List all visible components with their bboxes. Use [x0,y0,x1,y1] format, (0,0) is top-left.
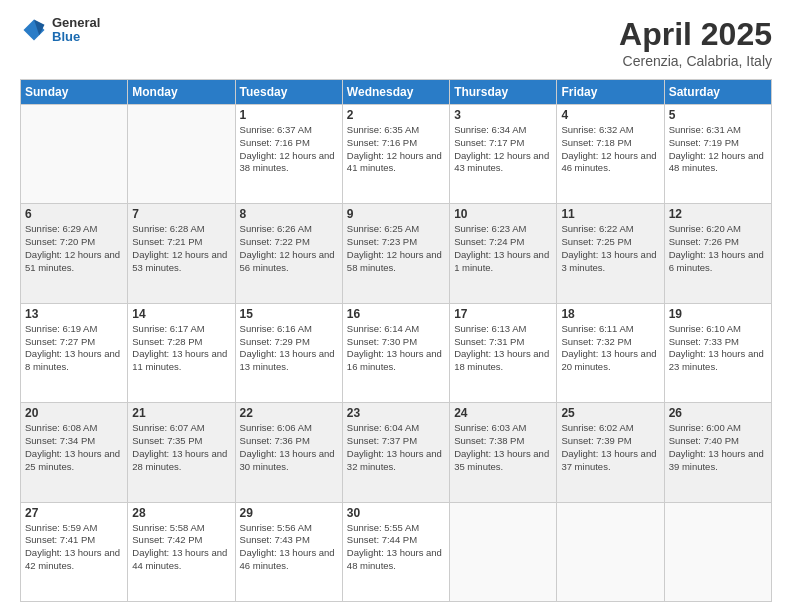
day-number: 6 [25,207,123,221]
day-number: 9 [347,207,445,221]
day-info: Sunrise: 6:28 AMSunset: 7:21 PMDaylight:… [132,223,230,274]
day-number: 16 [347,307,445,321]
day-info: Sunrise: 6:13 AMSunset: 7:31 PMDaylight:… [454,323,552,374]
calendar-table: SundayMondayTuesdayWednesdayThursdayFrid… [20,79,772,602]
day-number: 17 [454,307,552,321]
day-info: Sunrise: 6:03 AMSunset: 7:38 PMDaylight:… [454,422,552,473]
calendar-cell [128,105,235,204]
calendar-cell: 17Sunrise: 6:13 AMSunset: 7:31 PMDayligh… [450,303,557,402]
day-number: 1 [240,108,338,122]
day-info: Sunrise: 6:02 AMSunset: 7:39 PMDaylight:… [561,422,659,473]
calendar-subtitle: Cerenzia, Calabria, Italy [619,53,772,69]
calendar-cell: 18Sunrise: 6:11 AMSunset: 7:32 PMDayligh… [557,303,664,402]
day-header-tuesday: Tuesday [235,80,342,105]
calendar-cell: 30Sunrise: 5:55 AMSunset: 7:44 PMDayligh… [342,502,449,601]
calendar-cell: 5Sunrise: 6:31 AMSunset: 7:19 PMDaylight… [664,105,771,204]
day-number: 12 [669,207,767,221]
calendar-cell: 29Sunrise: 5:56 AMSunset: 7:43 PMDayligh… [235,502,342,601]
day-info: Sunrise: 6:29 AMSunset: 7:20 PMDaylight:… [25,223,123,274]
calendar-cell: 13Sunrise: 6:19 AMSunset: 7:27 PMDayligh… [21,303,128,402]
day-number: 18 [561,307,659,321]
day-info: Sunrise: 6:23 AMSunset: 7:24 PMDaylight:… [454,223,552,274]
calendar-week-1: 1Sunrise: 6:37 AMSunset: 7:16 PMDaylight… [21,105,772,204]
calendar-week-5: 27Sunrise: 5:59 AMSunset: 7:41 PMDayligh… [21,502,772,601]
day-header-friday: Friday [557,80,664,105]
calendar-cell: 20Sunrise: 6:08 AMSunset: 7:34 PMDayligh… [21,403,128,502]
calendar-cell: 4Sunrise: 6:32 AMSunset: 7:18 PMDaylight… [557,105,664,204]
day-info: Sunrise: 6:16 AMSunset: 7:29 PMDaylight:… [240,323,338,374]
day-number: 4 [561,108,659,122]
day-number: 13 [25,307,123,321]
day-info: Sunrise: 6:10 AMSunset: 7:33 PMDaylight:… [669,323,767,374]
day-info: Sunrise: 6:19 AMSunset: 7:27 PMDaylight:… [25,323,123,374]
calendar-cell: 8Sunrise: 6:26 AMSunset: 7:22 PMDaylight… [235,204,342,303]
day-number: 11 [561,207,659,221]
calendar-cell: 3Sunrise: 6:34 AMSunset: 7:17 PMDaylight… [450,105,557,204]
calendar-cell: 22Sunrise: 6:06 AMSunset: 7:36 PMDayligh… [235,403,342,502]
day-number: 26 [669,406,767,420]
day-header-thursday: Thursday [450,80,557,105]
calendar-cell: 19Sunrise: 6:10 AMSunset: 7:33 PMDayligh… [664,303,771,402]
calendar-cell: 11Sunrise: 6:22 AMSunset: 7:25 PMDayligh… [557,204,664,303]
day-number: 5 [669,108,767,122]
day-number: 24 [454,406,552,420]
calendar-cell: 10Sunrise: 6:23 AMSunset: 7:24 PMDayligh… [450,204,557,303]
calendar-cell: 2Sunrise: 6:35 AMSunset: 7:16 PMDaylight… [342,105,449,204]
calendar-cell [21,105,128,204]
day-info: Sunrise: 5:59 AMSunset: 7:41 PMDaylight:… [25,522,123,573]
calendar-cell [664,502,771,601]
day-number: 25 [561,406,659,420]
calendar-week-3: 13Sunrise: 6:19 AMSunset: 7:27 PMDayligh… [21,303,772,402]
day-info: Sunrise: 6:00 AMSunset: 7:40 PMDaylight:… [669,422,767,473]
day-info: Sunrise: 6:08 AMSunset: 7:34 PMDaylight:… [25,422,123,473]
day-info: Sunrise: 6:22 AMSunset: 7:25 PMDaylight:… [561,223,659,274]
day-number: 27 [25,506,123,520]
calendar-cell: 7Sunrise: 6:28 AMSunset: 7:21 PMDaylight… [128,204,235,303]
page: General Blue April 2025 Cerenzia, Calabr… [0,0,792,612]
day-number: 28 [132,506,230,520]
calendar-cell: 14Sunrise: 6:17 AMSunset: 7:28 PMDayligh… [128,303,235,402]
calendar-cell: 9Sunrise: 6:25 AMSunset: 7:23 PMDaylight… [342,204,449,303]
calendar-cell: 1Sunrise: 6:37 AMSunset: 7:16 PMDaylight… [235,105,342,204]
day-info: Sunrise: 6:07 AMSunset: 7:35 PMDaylight:… [132,422,230,473]
day-number: 21 [132,406,230,420]
title-block: April 2025 Cerenzia, Calabria, Italy [619,16,772,69]
calendar-cell: 21Sunrise: 6:07 AMSunset: 7:35 PMDayligh… [128,403,235,502]
calendar-cell: 12Sunrise: 6:20 AMSunset: 7:26 PMDayligh… [664,204,771,303]
calendar-week-2: 6Sunrise: 6:29 AMSunset: 7:20 PMDaylight… [21,204,772,303]
day-number: 10 [454,207,552,221]
day-info: Sunrise: 6:32 AMSunset: 7:18 PMDaylight:… [561,124,659,175]
day-info: Sunrise: 6:35 AMSunset: 7:16 PMDaylight:… [347,124,445,175]
day-info: Sunrise: 6:31 AMSunset: 7:19 PMDaylight:… [669,124,767,175]
day-number: 15 [240,307,338,321]
day-header-sunday: Sunday [21,80,128,105]
day-number: 2 [347,108,445,122]
header: General Blue April 2025 Cerenzia, Calabr… [20,16,772,69]
day-info: Sunrise: 5:55 AMSunset: 7:44 PMDaylight:… [347,522,445,573]
day-info: Sunrise: 6:37 AMSunset: 7:16 PMDaylight:… [240,124,338,175]
calendar-cell [450,502,557,601]
calendar-cell: 27Sunrise: 5:59 AMSunset: 7:41 PMDayligh… [21,502,128,601]
day-number: 23 [347,406,445,420]
day-info: Sunrise: 5:58 AMSunset: 7:42 PMDaylight:… [132,522,230,573]
day-info: Sunrise: 6:06 AMSunset: 7:36 PMDaylight:… [240,422,338,473]
day-number: 19 [669,307,767,321]
day-info: Sunrise: 6:26 AMSunset: 7:22 PMDaylight:… [240,223,338,274]
calendar-cell: 23Sunrise: 6:04 AMSunset: 7:37 PMDayligh… [342,403,449,502]
calendar-cell: 6Sunrise: 6:29 AMSunset: 7:20 PMDaylight… [21,204,128,303]
day-number: 8 [240,207,338,221]
day-info: Sunrise: 6:04 AMSunset: 7:37 PMDaylight:… [347,422,445,473]
calendar-week-4: 20Sunrise: 6:08 AMSunset: 7:34 PMDayligh… [21,403,772,502]
logo: General Blue [20,16,100,45]
calendar-header-row: SundayMondayTuesdayWednesdayThursdayFrid… [21,80,772,105]
logo-icon [20,16,48,44]
calendar-cell: 26Sunrise: 6:00 AMSunset: 7:40 PMDayligh… [664,403,771,502]
day-number: 14 [132,307,230,321]
day-number: 3 [454,108,552,122]
day-info: Sunrise: 6:20 AMSunset: 7:26 PMDaylight:… [669,223,767,274]
logo-general: General [52,16,100,30]
calendar-cell: 15Sunrise: 6:16 AMSunset: 7:29 PMDayligh… [235,303,342,402]
day-number: 7 [132,207,230,221]
day-info: Sunrise: 6:25 AMSunset: 7:23 PMDaylight:… [347,223,445,274]
day-header-saturday: Saturday [664,80,771,105]
